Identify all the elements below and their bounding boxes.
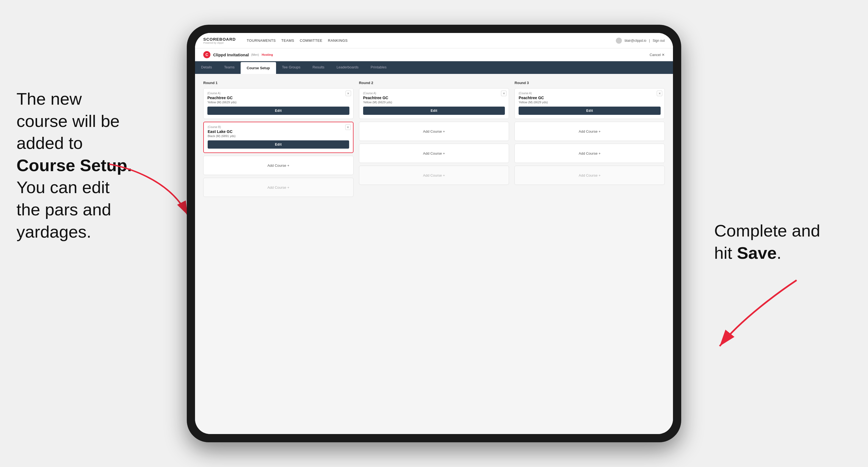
round3-add-course-2[interactable]: Add Course + (515, 144, 665, 163)
sub-nav: C Clippd Invitational (Men) Hosting Canc… (195, 48, 673, 61)
nav-right: blair@clippd.io | Sign out (616, 38, 665, 44)
round2-course-a-details: Yellow (M) (6629 yds) (363, 100, 505, 104)
annotation-arrow-left (104, 159, 192, 220)
scoreboard-logo: SCOREBOARD (203, 37, 236, 41)
round2-course-a-delete[interactable]: ✕ (501, 91, 506, 96)
user-email: blair@clippd.io (625, 39, 646, 42)
round2-add-course-1-text: Add Course + (423, 129, 445, 133)
round2-add-course-3-text: Add Course + (423, 173, 445, 178)
round1-course-b-edit-button[interactable]: Edit (208, 141, 349, 149)
round-3-label: Round 3 (515, 81, 665, 85)
sign-out-link[interactable]: Sign out (653, 39, 665, 42)
nav-rankings[interactable]: RANKINGS (328, 38, 348, 42)
tab-printables[interactable]: Printables (365, 61, 393, 74)
round2-add-course-2[interactable]: Add Course + (359, 144, 509, 163)
tab-details[interactable]: Details (195, 61, 218, 74)
clippd-logo: C (203, 51, 210, 58)
round3-course-a-details: Yellow (M) (6629 yds) (519, 100, 661, 104)
nav-links: TOURNAMENTS TEAMS COMMITTEE RANKINGS (247, 38, 608, 42)
user-avatar (616, 38, 622, 44)
round2-course-a-name: Peachtree GC (363, 96, 505, 100)
round1-course-b-details: Black (M) (6891 yds) (208, 134, 349, 137)
round1-course-a-edit-button[interactable]: Edit (207, 106, 349, 115)
round1-add-course-1-text: Add Course + (267, 163, 289, 167)
annotation-arrow-right (714, 275, 808, 352)
round-2-label: Round 2 (359, 81, 509, 85)
round1-course-a-delete[interactable]: ✕ (346, 91, 351, 96)
round3-add-course-1[interactable]: Add Course + (515, 122, 665, 141)
hosting-badge: Hosting (262, 53, 273, 56)
round2-course-a-card: ✕ (Course A) Peachtree GC Yellow (M) (66… (359, 88, 509, 119)
round3-course-a-tag: (Course A) (519, 92, 661, 95)
tablet: SCOREBOARD Powered by clippd TOURNAMENTS… (187, 25, 681, 442)
round1-course-a-details: Yellow (M) (6629 yds) (207, 100, 349, 104)
nav-teams[interactable]: TEAMS (281, 38, 294, 42)
round3-add-course-2-text: Add Course + (579, 151, 601, 155)
round2-add-course-3: Add Course + (359, 166, 509, 185)
tablet-screen: SCOREBOARD Powered by clippd TOURNAMENTS… (195, 33, 673, 434)
round-1-label: Round 1 (203, 81, 353, 85)
tab-bar: Details Teams Course Setup Tee Groups Re… (195, 61, 673, 74)
round1-course-b-name: East Lake GC (208, 129, 349, 134)
round1-course-b-tag: (Course B) (208, 126, 349, 129)
round2-course-a-edit-button[interactable]: Edit (363, 106, 505, 115)
annotation-right: Complete and hit Save. (714, 220, 846, 264)
rounds-grid: Round 1 ✕ (Course A) Peachtree GC Yellow… (203, 81, 665, 200)
top-nav: SCOREBOARD Powered by clippd TOURNAMENTS… (195, 33, 673, 48)
round3-add-course-1-text: Add Course + (579, 129, 601, 133)
tab-teams[interactable]: Teams (218, 61, 241, 74)
round3-course-a-name: Peachtree GC (519, 96, 661, 100)
round-3-column: Round 3 ✕ (Course A) Peachtree GC Yellow… (515, 81, 665, 200)
gender-tag: (Men) (251, 53, 259, 56)
round3-add-course-3: Add Course + (515, 166, 665, 185)
round1-add-course-1[interactable]: Add Course + (203, 156, 353, 175)
tab-course-setup[interactable]: Course Setup (241, 62, 276, 74)
round1-course-b-delete[interactable]: ✕ (345, 124, 351, 130)
pipe: | (649, 39, 650, 42)
main-content: Round 1 ✕ (Course A) Peachtree GC Yellow… (195, 74, 673, 434)
round1-course-b-card: ✕ (Course B) East Lake GC Black (M) (689… (203, 122, 353, 153)
round3-course-a-edit-button[interactable]: Edit (519, 106, 661, 115)
logo-area: SCOREBOARD Powered by clippd (203, 37, 236, 44)
tab-leaderboards[interactable]: Leaderboards (331, 61, 365, 74)
round1-course-a-card: ✕ (Course A) Peachtree GC Yellow (M) (66… (203, 88, 353, 119)
round3-add-course-3-text: Add Course + (579, 173, 601, 178)
round3-course-a-card: ✕ (Course A) Peachtree GC Yellow (M) (66… (515, 88, 665, 119)
round-1-column: Round 1 ✕ (Course A) Peachtree GC Yellow… (203, 81, 353, 200)
powered-by: Powered by clippd (203, 41, 236, 44)
tournament-name: Clippd Invitational (213, 53, 249, 57)
round1-add-course-2: Add Course + (203, 178, 353, 197)
round2-course-a-tag: (Course A) (363, 92, 505, 95)
round3-course-a-delete[interactable]: ✕ (657, 91, 662, 96)
cancel-button[interactable]: Cancel ✕ (650, 53, 665, 57)
nav-tournaments[interactable]: TOURNAMENTS (247, 38, 276, 42)
tab-results[interactable]: Results (307, 61, 331, 74)
nav-committee[interactable]: COMMITTEE (300, 38, 322, 42)
round-2-column: Round 2 ✕ (Course A) Peachtree GC Yellow… (359, 81, 509, 200)
tab-tee-groups[interactable]: Tee Groups (276, 61, 307, 74)
round1-add-course-2-text: Add Course + (267, 185, 289, 190)
round2-add-course-1[interactable]: Add Course + (359, 122, 509, 141)
round1-course-a-name: Peachtree GC (207, 96, 349, 100)
round2-add-course-2-text: Add Course + (423, 151, 445, 155)
round1-course-a-tag: (Course A) (207, 92, 349, 95)
